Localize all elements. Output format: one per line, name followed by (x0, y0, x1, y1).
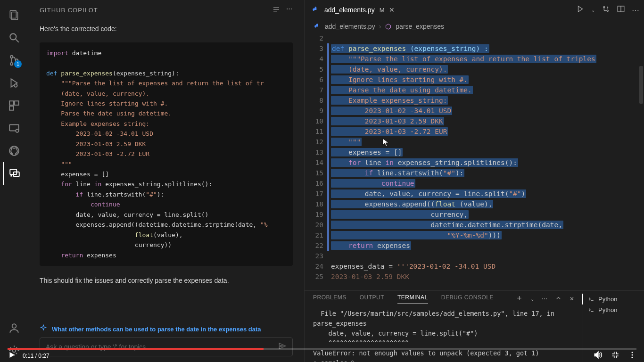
editor-more-icon[interactable]: ⋯ (632, 6, 639, 15)
breadcrumb-symbol: parse_expenses (396, 23, 444, 30)
panel-menu-icon[interactable] (272, 5, 281, 15)
video-player-controls: 0:11 / 0:27 (0, 339, 644, 362)
volume-icon[interactable] (593, 350, 603, 362)
activity-bar: 1 (0, 0, 28, 362)
svg-point-29 (632, 357, 633, 358)
copilot-code-block: import datetime def parse_expenses(expen… (40, 42, 293, 266)
copilot-chat-panel: GITHUB COPILOT ⋯ Here's the corrected co… (28, 0, 305, 362)
remote-icon[interactable] (3, 117, 25, 140)
terminal-icon (588, 296, 594, 303)
play-button[interactable] (8, 351, 16, 361)
explorer-icon[interactable] (3, 4, 25, 26)
scm-badge: 1 (14, 60, 22, 68)
tab-terminal[interactable]: TERMINAL (397, 294, 428, 304)
tab-filename: add_elements.py (324, 6, 375, 14)
panel-more-icon[interactable]: ⋯ (542, 296, 547, 302)
svg-point-22 (607, 10, 608, 11)
close-icon[interactable]: ✕ (389, 6, 395, 14)
new-terminal-icon[interactable] (516, 295, 523, 303)
github-icon[interactable] (3, 140, 25, 162)
run-debug-icon[interactable] (3, 72, 25, 94)
chat-suggestion[interactable]: What other methods can be used to parse … (52, 326, 261, 333)
tab-bar: add_elements.py M ✕ ⌄ ⋯ (305, 0, 644, 20)
svg-line-3 (16, 39, 19, 42)
svg-point-2 (10, 33, 16, 40)
svg-point-21 (603, 7, 605, 8)
python-file-icon (314, 23, 321, 30)
sparkle-icon (40, 324, 47, 334)
chat-icon[interactable] (3, 162, 25, 185)
python-file-icon (312, 6, 320, 14)
terminal-tab-2[interactable]: Python (583, 304, 644, 315)
extensions-icon[interactable] (3, 94, 25, 117)
symbol-icon (385, 23, 392, 30)
video-time: 0:11 / 0:27 (23, 353, 50, 359)
panel-title: GITHUB COPILOT (40, 7, 98, 14)
terminal-tab-1[interactable]: Python (583, 294, 644, 304)
code-editor[interactable]: 2345678910111213141516171819202122232425… (305, 33, 644, 290)
svg-point-16 (12, 324, 17, 328)
breadcrumb[interactable]: add_elements.py › parse_expenses (305, 20, 644, 33)
chat-outro: This should fix the issues and correctly… (40, 275, 293, 287)
panel-close-icon[interactable]: ✕ (570, 296, 574, 302)
terminal-icon (588, 307, 594, 313)
svg-rect-10 (9, 106, 14, 110)
chat-content: Here's the corrected code: import dateti… (28, 20, 304, 320)
diff-icon[interactable] (602, 5, 610, 15)
panel-maximize-icon[interactable] (555, 295, 562, 303)
svg-point-27 (632, 352, 633, 353)
run-dropdown-icon[interactable]: ⌄ (591, 8, 595, 13)
editor-tab[interactable]: add_elements.py M ✕ (305, 0, 401, 20)
editor-area: add_elements.py M ✕ ⌄ ⋯ add_elements.py … (305, 0, 644, 362)
fullscreen-exit-icon[interactable] (611, 351, 619, 361)
svg-point-12 (16, 129, 19, 132)
terminal-dropdown-icon[interactable]: ⌄ (530, 296, 534, 302)
tab-modified-indicator: M (380, 7, 385, 14)
search-icon[interactable] (3, 26, 25, 49)
chevron-right-icon: › (379, 23, 381, 30)
svg-rect-9 (15, 101, 19, 105)
svg-rect-8 (9, 101, 14, 105)
svg-point-4 (10, 56, 13, 58)
tab-debug-console[interactable]: DEBUG CONSOLE (441, 294, 494, 304)
breadcrumb-file: add_elements.py (325, 23, 375, 30)
editor-content[interactable]: def parse_expenses (expenses_string) : "… (331, 33, 644, 290)
panel-more-icon[interactable]: ⋯ (286, 5, 293, 15)
video-more-icon[interactable] (628, 351, 636, 361)
tab-output[interactable]: OUTPUT (360, 294, 384, 304)
account-icon[interactable] (3, 317, 25, 339)
svg-point-28 (632, 354, 633, 356)
chat-intro: Here's the corrected code: (40, 24, 293, 35)
svg-point-7 (14, 84, 17, 87)
tab-problems[interactable]: PROBLEMS (313, 294, 347, 304)
split-editor-icon[interactable] (617, 5, 625, 15)
run-icon[interactable] (576, 5, 585, 15)
svg-point-5 (10, 63, 13, 65)
source-control-icon[interactable]: 1 (3, 49, 25, 72)
